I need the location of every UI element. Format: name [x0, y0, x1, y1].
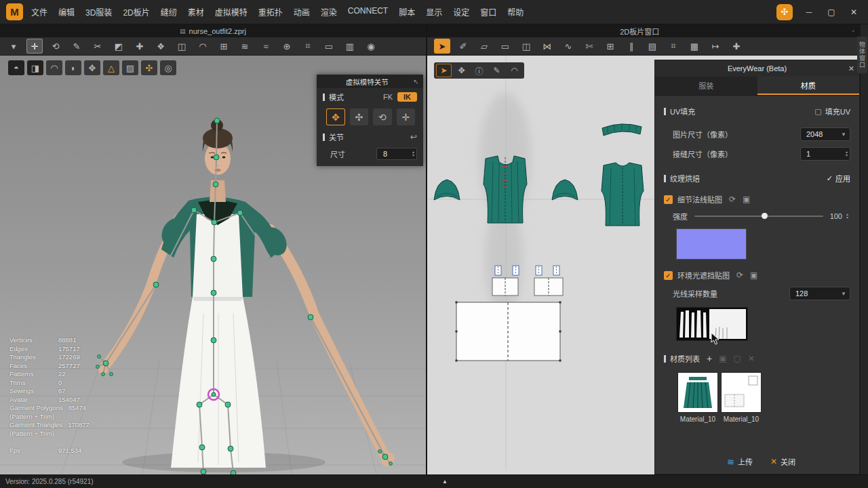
expand-arrow-icon[interactable]: ▲ — [442, 479, 448, 485]
pose-library-icon[interactable]: ✥ — [84, 60, 100, 75]
select-mesh-icon[interactable]: ◩ — [111, 39, 127, 54]
ao-map-checkbox[interactable]: ✓ — [664, 271, 673, 280]
normal-map-preview-swatch[interactable] — [676, 228, 747, 260]
free-sewing-icon[interactable]: ∿ — [560, 39, 576, 54]
hat-icon[interactable]: ◠ — [46, 60, 62, 75]
hanger-icon[interactable]: ◠ — [195, 39, 211, 54]
ik-mode-button[interactable]: IK — [397, 92, 417, 102]
ray-samples-dropdown[interactable]: 128▼ — [789, 287, 850, 300]
menu-avatar[interactable]: 虚拟模特 — [215, 6, 248, 18]
show-avatar-icon[interactable]: ◓ — [8, 60, 24, 75]
shoes-icon[interactable]: ◗ — [65, 60, 81, 75]
avatar-joints-icon[interactable]: ✣ — [141, 60, 157, 75]
menu-settings[interactable]: 设定 — [453, 6, 469, 18]
scissors-icon[interactable]: ✂ — [90, 39, 106, 54]
copy-material-icon[interactable]: ▣ — [719, 354, 726, 363]
menu-script[interactable]: 脚本 — [399, 6, 415, 18]
menu-render[interactable]: 渲染 — [321, 6, 337, 18]
seam-size-stepper[interactable]: 1 ▴▾ — [800, 147, 850, 161]
close-panel-icon[interactable]: ✕ — [848, 64, 854, 73]
layers-icon[interactable]: ▤ — [644, 39, 660, 54]
show-garment-icon[interactable]: ◫ — [174, 39, 190, 54]
grid-icon[interactable]: ⌗ — [300, 39, 316, 54]
fk-pose-icon[interactable]: ✣ — [350, 108, 369, 125]
everywear-tab[interactable]: 服装 — [655, 77, 757, 95]
material-thumbnail-image[interactable] — [677, 372, 718, 413]
translate-pose-icon[interactable]: ✛ — [397, 108, 416, 125]
ruler-icon[interactable]: ⌗ — [665, 39, 682, 54]
export-icon[interactable]: ▣ — [743, 195, 750, 204]
minimize-button[interactable]: ─ — [803, 7, 815, 17]
normal-map-checkbox[interactable]: ✓ — [664, 195, 673, 204]
stepper-arrows[interactable]: ▴▾ — [846, 213, 850, 220]
polygon-tool-icon[interactable]: ▱ — [476, 39, 492, 54]
undo-icon[interactable]: ↩ — [410, 132, 417, 142]
float-window-icon[interactable]: ▫ — [852, 27, 860, 35]
menu-connect[interactable]: CONNECT — [348, 6, 388, 18]
sewing-icon[interactable]: ≋ — [237, 39, 253, 54]
pleats-icon[interactable]: ∥ — [623, 39, 639, 54]
menu-material[interactable]: 素材 — [188, 6, 204, 18]
menu-retopology[interactable]: 重拓扑 — [258, 6, 283, 18]
fk-mode-button[interactable]: FK — [378, 92, 397, 102]
stepper-arrows[interactable]: ▴▾ — [846, 150, 850, 157]
material-item[interactable]: Material_10 — [721, 372, 762, 423]
menu-animation[interactable]: 动画 — [294, 6, 310, 18]
align-icon[interactable]: ↦ — [707, 39, 724, 54]
arrange-points-icon[interactable]: ❖ — [153, 39, 169, 54]
menu-window[interactable]: 窗口 — [480, 6, 496, 18]
upload-button[interactable]: ≋ 上传 — [727, 456, 753, 467]
quad-view-icon[interactable]: ⊞ — [216, 39, 232, 54]
ik-pose-icon[interactable]: ✥ — [326, 108, 345, 125]
wind-icon[interactable]: ≈ — [258, 39, 274, 54]
globe-icon[interactable]: ◎ — [160, 60, 176, 75]
texture-editor-icon[interactable]: ▦ — [686, 39, 703, 54]
fabric-icon[interactable]: ▨ — [122, 60, 138, 75]
pin-icon[interactable]: ↖ — [414, 78, 419, 85]
menu-2d-pattern[interactable]: 2D板片 — [123, 6, 149, 18]
project-tab-title[interactable]: nurse_outfit2.zprj — [189, 27, 246, 35]
move-gizmo-icon[interactable]: ✛ — [26, 39, 43, 54]
history-dropdown-icon[interactable]: ▾ — [5, 39, 22, 54]
delete-material-icon[interactable]: ✕ — [748, 354, 755, 363]
stepper-arrows[interactable]: ▴▾ — [412, 150, 416, 157]
hanger-icon[interactable]: △ — [103, 60, 119, 75]
bake-icon[interactable]: ⟳ — [736, 270, 743, 280]
gravity-icon[interactable]: ⊕ — [279, 39, 295, 54]
menu-3d-garment[interactable]: 3D服装 — [85, 6, 112, 18]
close-button[interactable]: ✕ — [848, 7, 860, 17]
brush-icon[interactable]: ✎ — [489, 64, 505, 77]
slider-knob[interactable] — [762, 213, 768, 219]
everywear-tab[interactable]: 材质 — [757, 77, 860, 95]
cursor-icon[interactable]: ➤ — [436, 64, 452, 77]
scan-icon[interactable]: ▥ — [342, 39, 358, 54]
hat-icon[interactable]: ◠ — [507, 64, 522, 77]
segment-sewing-icon[interactable]: ⋈ — [539, 39, 555, 54]
collapsed-dock-tab[interactable]: 物体窗口 — [857, 37, 867, 73]
paste-material-icon[interactable]: ▢ — [734, 354, 741, 363]
pin-icon[interactable]: ✚ — [132, 39, 148, 54]
add-material-icon[interactable]: + — [707, 353, 712, 364]
apply-checkbox[interactable]: ✓应用 — [827, 173, 850, 184]
transform-pattern-icon[interactable]: ➤ — [434, 39, 450, 54]
info-icon[interactable]: ⓘ — [471, 64, 487, 77]
mirror-paste-icon[interactable]: ◫ — [518, 39, 534, 54]
material-thumbnail-image[interactable] — [721, 372, 762, 413]
avatar-sync-icon[interactable]: ✥ — [454, 64, 469, 77]
rotate-pose-icon[interactable]: ⟲ — [373, 108, 392, 125]
menu-file[interactable]: 文件 — [31, 6, 47, 18]
menu-edit[interactable]: 编辑 — [58, 6, 75, 18]
account-icon[interactable]: ✣ — [776, 4, 793, 20]
strength-slider[interactable] — [694, 216, 823, 217]
close-button[interactable]: ✕ 关闭 — [770, 456, 795, 467]
pattern-window-title[interactable]: 2D板片窗口 — [427, 26, 852, 37]
sculpt-brush-icon[interactable]: ✎ — [68, 39, 85, 54]
edit-pattern-icon[interactable]: ✐ — [455, 39, 471, 54]
menu-display[interactable]: 显示 — [426, 6, 442, 18]
show-cloth-icon[interactable]: ◨ — [27, 60, 43, 75]
image-size-dropdown[interactable]: 2048▼ — [800, 127, 850, 141]
tape-measure-icon[interactable]: ▭ — [321, 39, 337, 54]
baste-icon[interactable]: ✚ — [728, 39, 745, 54]
menu-sewing[interactable]: 缝纫 — [161, 6, 177, 18]
grading-icon[interactable]: ⊞ — [602, 39, 618, 54]
